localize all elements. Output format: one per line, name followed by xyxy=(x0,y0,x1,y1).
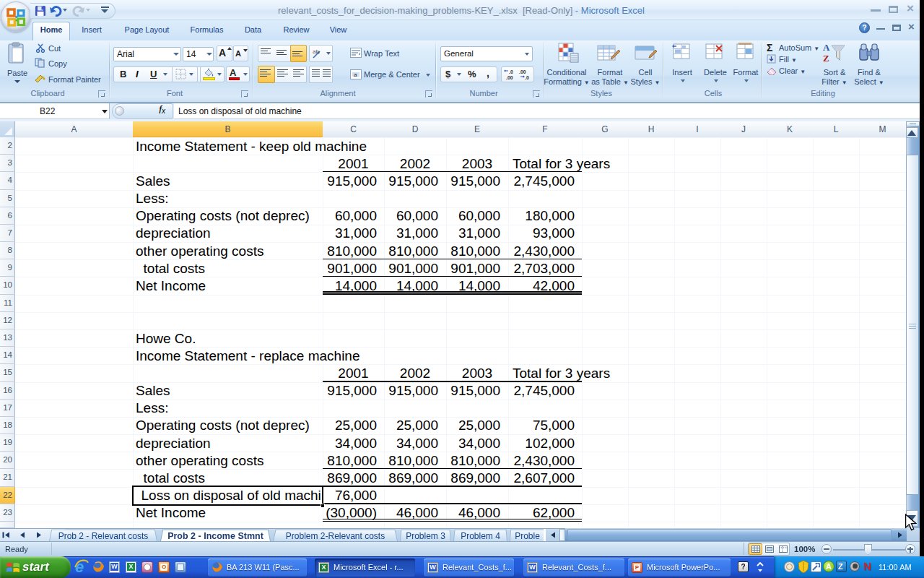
svg-text:.0: .0 xyxy=(525,75,529,80)
svg-text:A: A xyxy=(823,42,830,53)
svg-text:Z: Z xyxy=(823,53,829,63)
svg-text:.0: .0 xyxy=(509,69,513,74)
svg-text:ab: ab xyxy=(313,48,319,55)
svg-text:a: a xyxy=(354,72,357,78)
svg-text:.00: .00 xyxy=(506,75,513,80)
svg-text:.00: .00 xyxy=(519,69,526,74)
